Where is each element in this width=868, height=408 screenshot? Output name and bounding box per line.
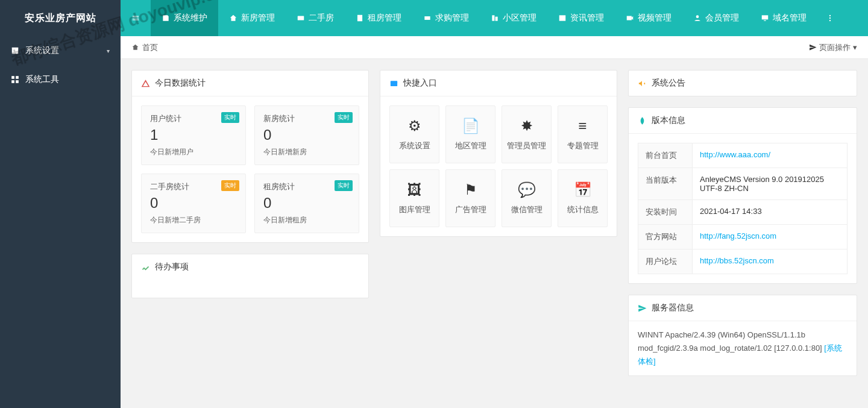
grid-icon [11, 75, 19, 84]
sidebar-item-tools[interactable]: 系统工具 [0, 65, 121, 94]
quick-icon: 📄 [462, 118, 480, 134]
quick-item-7[interactable]: 📅统计信息 [558, 169, 608, 227]
svg-rect-4 [16, 80, 19, 83]
version-install-key: 安装时间 [638, 200, 693, 225]
card-icon [297, 14, 305, 22]
version-ver-val: AnleyeCMS Version 9.0 201912025 UTF-8 ZH… [693, 168, 848, 200]
quick-icon: 📅 [574, 181, 592, 198]
nav-label: 新房管理 [241, 13, 275, 24]
stat-rent: 实时 租房统计 0 今日新增租房 [254, 174, 359, 233]
svg-point-12 [696, 15, 699, 18]
home-icon [229, 14, 237, 22]
quick-item-6[interactable]: 💬微信管理 [502, 169, 552, 227]
send-icon [638, 304, 647, 313]
svg-rect-0 [12, 48, 19, 54]
quick-icon: ≡ [578, 118, 587, 134]
quick-item-3[interactable]: ≡专题管理 [558, 105, 608, 163]
quick-item-1[interactable]: 📄地区管理 [445, 105, 495, 163]
stats-title: 今日数据统计 [155, 78, 206, 89]
save-icon [162, 14, 170, 22]
realtime-badge: 实时 [335, 180, 353, 191]
quick-item-2[interactable]: ✸管理员管理 [502, 105, 552, 163]
realtime-badge: 实时 [335, 112, 353, 123]
chart-line-icon [141, 263, 150, 272]
card-icon [389, 79, 398, 88]
notice-title: 系统公告 [652, 78, 685, 89]
nav-video[interactable]: 视频管理 [615, 0, 682, 36]
stat-sub: 今日新增二手房 [150, 215, 237, 225]
nav-member[interactable]: 会员管理 [682, 0, 750, 36]
svg-rect-17 [391, 81, 397, 86]
stat-value: 1 [150, 127, 237, 143]
version-table: 前台首页 http://www.aaa.com/ 当前版本 AnleyeCMS … [638, 143, 848, 274]
svg-rect-2 [16, 76, 19, 79]
stat-sub: 今日新增新房 [263, 147, 350, 157]
quick-label: 地区管理 [455, 140, 486, 151]
version-bbs-link[interactable]: http://bbs.52jscn.com [700, 256, 774, 265]
nav-rent[interactable]: 租房管理 [345, 0, 412, 36]
nav-domain[interactable]: 域名管理 [750, 0, 817, 36]
nav-label: 视频管理 [638, 13, 671, 24]
quick-icon: ⚙ [408, 118, 421, 134]
quick-item-4[interactable]: 🖼图库管理 [389, 169, 439, 227]
stat-sub: 今日新增用户 [150, 147, 237, 157]
quick-icon: ✸ [521, 118, 533, 134]
stat-secondhand: 实时 二手房统计 0 今日新增二手房 [141, 174, 246, 233]
svg-rect-10 [559, 15, 566, 20]
warning-icon [141, 79, 150, 88]
quick-label: 管理员管理 [507, 140, 546, 151]
version-install-val: 2021-04-17 14:33 [693, 200, 848, 225]
top-nav: 系统维护 新房管理 二手房 租房管理 求购管理 小区管理 [121, 0, 868, 36]
quick-label: 统计信息 [567, 204, 599, 215]
svg-point-14 [829, 15, 831, 16]
nav-system-maintain[interactable]: 系统维护 [151, 0, 218, 36]
nav-more[interactable] [817, 0, 843, 36]
server-card: 服务器信息 WINNT Apache/2.4.39 (Win64) OpenSS… [628, 295, 857, 376]
page-op-label: 页面操作 [819, 42, 851, 53]
announcement-icon [638, 79, 647, 88]
stat-value: 0 [263, 127, 350, 143]
quick-item-5[interactable]: ⚑广告管理 [445, 169, 495, 227]
nav-buy[interactable]: 求购管理 [412, 0, 480, 36]
stat-value: 0 [263, 195, 350, 212]
svg-rect-1 [11, 76, 14, 79]
svg-rect-11 [627, 16, 632, 20]
quick-icon: ⚑ [464, 181, 477, 198]
version-site-link[interactable]: http://fang.52jscn.com [700, 231, 776, 240]
svg-rect-5 [298, 16, 304, 20]
logo: 安乐业房产网站 [0, 0, 121, 36]
nav-news[interactable]: 资讯管理 [547, 0, 615, 36]
nav-second-hand[interactable]: 二手房 [286, 0, 345, 36]
todo-card: 待办事项 [131, 254, 369, 298]
nav-label: 求购管理 [435, 13, 469, 24]
page-operations[interactable]: 页面操作 ▾ [809, 42, 857, 53]
breadcrumb-home[interactable]: 首页 [142, 42, 158, 53]
svg-point-16 [829, 20, 831, 21]
nav-new-house[interactable]: 新房管理 [218, 0, 286, 36]
menu-collapse-icon [131, 14, 140, 22]
sidebar-item-settings[interactable]: 系统设置 ▾ [0, 36, 121, 65]
monitor-icon [761, 14, 769, 22]
nav-toggle[interactable] [121, 0, 151, 36]
sidebar-item-label: 系统设置 [25, 45, 59, 56]
svg-point-15 [829, 17, 831, 19]
nav-label: 小区管理 [503, 13, 536, 24]
quick-item-0[interactable]: ⚙系统设置 [389, 105, 439, 163]
stat-newhouse: 实时 新房统计 0 今日新增新房 [254, 105, 359, 165]
stat-users: 实时 用户统计 1 今日新增用户 [141, 105, 246, 165]
nav-label: 二手房 [309, 13, 334, 24]
version-bbs-key: 用户论坛 [638, 250, 693, 274]
quick-label: 图库管理 [399, 204, 430, 215]
more-vertical-icon [826, 14, 834, 22]
quick-icon: 💬 [518, 181, 536, 198]
quick-title: 快捷入口 [403, 78, 437, 89]
server-text: WINNT Apache/2.4.39 (Win64) OpenSSL/1.1.… [638, 330, 824, 353]
nav-district[interactable]: 小区管理 [480, 0, 547, 36]
sidebar-item-label: 系统工具 [25, 74, 59, 85]
svg-rect-13 [762, 15, 769, 19]
send-icon [809, 43, 817, 51]
nav-label: 域名管理 [773, 13, 807, 24]
version-front-link[interactable]: http://www.aaa.com/ [700, 150, 770, 159]
version-title: 版本信息 [652, 115, 685, 126]
svg-rect-8 [492, 15, 494, 20]
